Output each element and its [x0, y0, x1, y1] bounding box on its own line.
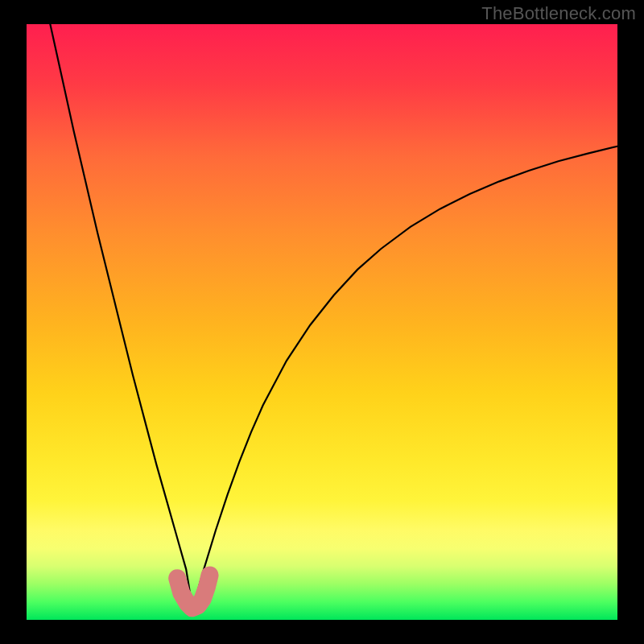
- plot-background: [27, 24, 617, 620]
- chart-frame: TheBottleneck.com: [0, 0, 644, 644]
- watermark: TheBottleneck.com: [481, 3, 636, 24]
- bottleneck-chart: [0, 0, 644, 644]
